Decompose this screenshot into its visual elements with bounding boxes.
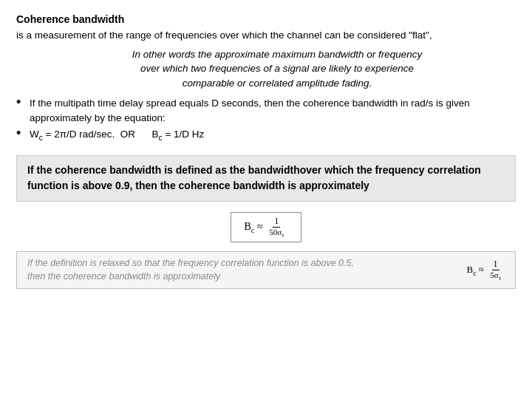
highlight-text: If the coherence bandwidth is defined as… <box>27 164 481 192</box>
formula-row: Bc ≈ 1 50στ <box>16 212 516 242</box>
paragraph-1: is a measurement of the range of frequen… <box>16 28 516 43</box>
bottom-text-block: If the definition is relaxed so that the… <box>27 257 460 283</box>
bullet-text-1: If the multipath time delay spread equal… <box>30 96 516 125</box>
italic-line-1: In other words the approximate maximum b… <box>132 49 422 60</box>
bullet-dot-1: • <box>16 95 30 110</box>
formula-fraction: 1 50στ <box>267 216 285 239</box>
bullet-dot-2: • <box>16 126 30 141</box>
highlight-block: If the coherence bandwidth is defined as… <box>16 155 516 202</box>
bottom-text-line1: If the definition is relaxed so that the… <box>27 258 354 268</box>
bottom-formula-den: 5στ <box>488 270 502 282</box>
section-title: Coherence bandwidth <box>16 13 516 25</box>
bullet-item-1: • If the multipath time delay spread equ… <box>16 96 516 125</box>
bottom-text-line2: then the coherence bandwidth is approxim… <box>27 271 220 282</box>
formula-label: Bc ≈ <box>245 221 266 234</box>
page: Coherence bandwidth is a measurement of … <box>0 0 532 399</box>
formula-denominator: 50στ <box>267 228 285 239</box>
formula-numerator: 1 <box>273 216 280 228</box>
italic-line-3: comparable or correlated amplitude fadin… <box>183 78 372 89</box>
italic-block: In other words the approximate maximum b… <box>38 47 516 91</box>
bottom-formula-num: 1 <box>492 259 499 270</box>
bullet-item-2: • Wc = 2π/D rad/sec. OR Bc = 1/D Hz <box>16 127 516 143</box>
bottom-formula-fraction: 1 5στ <box>488 259 502 282</box>
bottom-section: If the definition is relaxed so that the… <box>16 251 516 289</box>
bullet-list: • If the multipath time delay spread equ… <box>16 96 516 146</box>
formula-box: Bc ≈ 1 50στ <box>231 212 302 242</box>
bottom-formula: Bc ≈ 1 5στ <box>467 259 505 282</box>
bullet-text-2: Wc = 2π/D rad/sec. OR Bc = 1/D Hz <box>30 127 516 143</box>
bottom-formula-label: Bc ≈ <box>467 264 487 277</box>
italic-line-2: over which two frequencies of a signal a… <box>140 63 414 74</box>
